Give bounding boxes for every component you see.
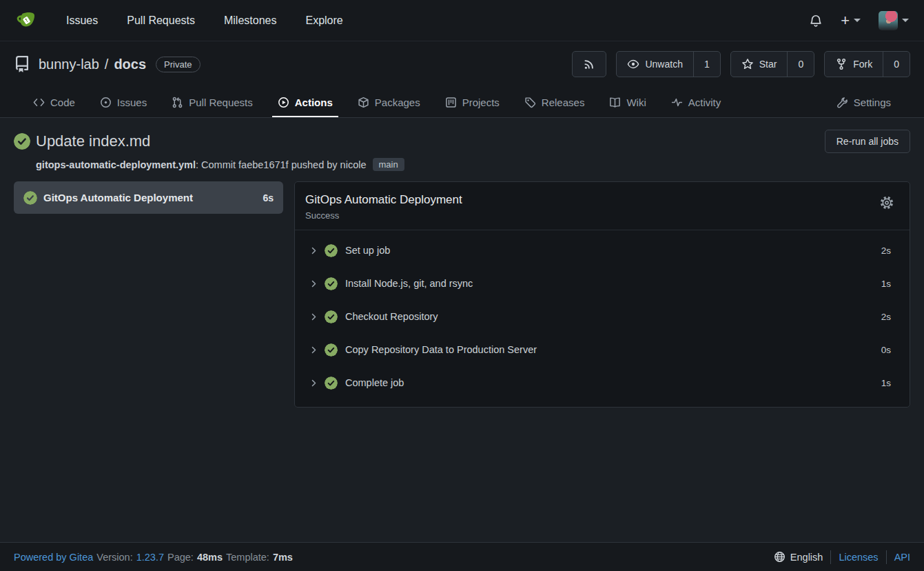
unwatch-button[interactable]: Unwatch [617,52,692,77]
tab-projects[interactable]: Projects [435,87,509,117]
star-button[interactable]: Star [731,52,788,77]
job-panel-title: GitOps Automatic Deployment [305,193,462,207]
tab-code[interactable]: Code [23,87,85,117]
create-new-button[interactable]: + [841,13,861,28]
chevron-right-icon [309,279,318,288]
repo-header: bunny-lab / docs Private [0,41,924,118]
step-duration: 0s [881,345,891,355]
run-commit-line: gitops-automatic-deployment.yml : Commit… [36,158,910,171]
nav-explore[interactable]: Explore [305,14,342,27]
fork-icon [835,58,848,70]
fork-button-group: Fork 0 [824,51,910,77]
issue-icon [100,97,112,108]
tab-releases[interactable]: Releases [515,87,595,117]
divider [830,550,831,564]
success-check-icon [325,310,338,323]
chevron-right-icon [309,246,318,255]
notifications-button[interactable] [809,14,823,28]
api-link[interactable]: API [894,552,910,563]
gear-icon [880,196,894,210]
package-icon [358,97,369,108]
gitea-app: Issues Pull Requests Milestones Explore … [0,0,924,571]
powered-by-gitea-link[interactable]: Powered by Gitea [14,552,93,563]
version-link[interactable]: 1.23.7 [136,552,164,563]
step-row-install-node[interactable]: Install Node.js, git, and rsync 1s [295,267,910,300]
tab-actions[interactable]: Actions [268,87,342,117]
fork-count[interactable]: 0 [883,52,910,77]
step-duration: 1s [881,378,891,388]
run-header: Update index.md Re-run all jobs [14,130,910,153]
job-duration: 6s [263,192,274,203]
plus-icon: + [841,13,850,28]
job-panel-header: GitOps Automatic Deployment Success [295,182,910,230]
template-label: Template: [226,552,269,563]
nav-issues[interactable]: Issues [66,14,98,27]
rss-icon [583,58,595,70]
gitea-logo[interactable] [15,10,37,32]
watch-count[interactable]: 1 [693,52,720,77]
tab-activity[interactable]: Activity [661,87,731,117]
nav-milestones[interactable]: Milestones [224,14,276,27]
version-label: Version: [96,552,132,563]
repo-name-link[interactable]: docs [114,57,146,72]
licenses-link[interactable]: Licenses [839,552,878,563]
tab-packages[interactable]: Packages [348,87,430,117]
rerun-all-jobs-button[interactable]: Re-run all jobs [825,130,910,153]
job-options-button[interactable] [880,196,894,210]
tab-label: Activity [688,97,721,108]
tab-settings[interactable]: Settings [827,87,901,117]
eye-icon [627,58,639,70]
tab-label: Projects [462,97,500,108]
job-detail-panel: GitOps Automatic Deployment Success [294,181,910,408]
tag-icon [524,97,536,108]
page-time: 48ms [197,552,223,563]
step-name: Copy Repository Data to Production Serve… [345,344,537,355]
chevron-down-icon [902,19,909,22]
tools-icon [836,97,848,108]
bell-icon [809,14,823,28]
nav-pull-requests[interactable]: Pull Requests [127,14,195,27]
avatar [879,11,898,30]
step-name: Complete job [345,377,404,388]
success-check-icon [14,133,30,150]
play-circle-icon [278,97,289,108]
branch-badge[interactable]: main [373,158,404,171]
repo-icon [14,56,30,72]
divider [886,550,887,564]
pulse-icon [671,97,683,108]
chevron-right-icon [309,345,318,354]
tab-wiki[interactable]: Wiki [599,87,655,117]
step-row-complete-job[interactable]: Complete job 1s [295,366,910,399]
job-item-gitops-automatic-deployment[interactable]: GitOps Automatic Deployment 6s [14,181,283,214]
actions-run-page: Update index.md Re-run all jobs gitops-a… [0,118,924,542]
step-name: Set up job [345,245,390,256]
step-duration: 1s [881,279,891,289]
breadcrumb: bunny-lab / docs [39,57,146,72]
repo-owner-link[interactable]: bunny-lab [39,57,99,72]
project-icon [445,97,457,108]
tabs-spacer [736,87,821,117]
watch-button-group: Unwatch 1 [616,51,720,77]
steps-list: Set up job 2s Install Node.js, git, and … [295,230,910,407]
step-row-set-up-job[interactable]: Set up job 2s [295,234,910,267]
user-menu-button[interactable] [879,11,909,30]
step-row-copy-repository-data[interactable]: Copy Repository Data to Production Serve… [295,333,910,366]
tab-label: Issues [117,97,147,108]
pull-request-icon [172,97,183,108]
commit-info: : Commit faebe1671f pushed by nicole [196,159,366,170]
unwatch-label: Unwatch [645,59,682,70]
tab-issues[interactable]: Issues [90,87,156,117]
tab-pull-requests[interactable]: Pull Requests [162,87,263,117]
success-check-icon [325,277,338,290]
language-selector[interactable]: English [774,551,823,563]
fork-button[interactable]: Fork [825,52,883,77]
page-label: Page: [167,552,194,563]
star-count[interactable]: 0 [787,52,814,77]
star-button-group: Star 0 [730,51,814,77]
rss-button[interactable] [572,51,606,77]
tab-label: Actions [295,97,333,108]
step-row-checkout-repository[interactable]: Checkout Repository 2s [295,300,910,333]
tab-label: Code [50,97,75,108]
workflow-file-name: gitops-automatic-deployment.yml [36,159,196,170]
success-check-icon [325,377,338,390]
